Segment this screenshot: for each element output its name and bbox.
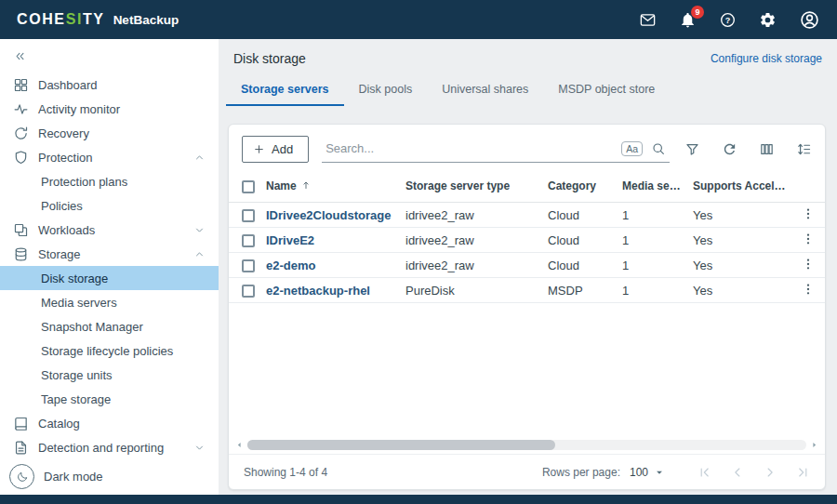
column-header-media-serv[interactable]: Media serv...	[617, 170, 687, 202]
sidebar-item-tape-storage[interactable]: Tape storage	[0, 387, 219, 411]
storage-server-link[interactable]: IDriveE2	[266, 233, 314, 247]
row-checkbox[interactable]	[242, 285, 255, 298]
tab-disk-pools[interactable]: Disk pools	[344, 75, 428, 106]
row-checkbox[interactable]	[242, 209, 255, 222]
tab-universal-shares[interactable]: Universal shares	[427, 75, 543, 106]
sidebar-item-workloads[interactable]: Workloads	[0, 218, 219, 242]
cell-media-servers: 1	[617, 227, 687, 252]
storage-server-link[interactable]: e2-demo	[266, 259, 315, 272]
scrollbar-thumb[interactable]	[247, 440, 555, 450]
table-row[interactable]: e2-demoidrivee2_rawCloud1Yes	[229, 252, 825, 277]
topbar-actions: 9 ?	[639, 9, 820, 31]
sidebar-item-disk-storage[interactable]: Disk storage	[0, 266, 219, 290]
sidebar-item-catalog[interactable]: Catalog	[0, 411, 219, 435]
sidebar-item-snapshot-manager[interactable]: Snapshot Manager	[0, 314, 219, 338]
cell-category: MSDP	[542, 277, 617, 302]
sidebar-item-media-servers[interactable]: Media servers	[0, 290, 219, 314]
row-checkbox[interactable]	[242, 234, 255, 247]
column-header-name[interactable]: Name	[260, 170, 400, 202]
page-title: Disk storage	[233, 51, 306, 66]
sidebar-item-label: Storage	[38, 247, 81, 261]
refresh-icon[interactable]	[722, 141, 737, 157]
first-page-icon[interactable]	[698, 465, 712, 480]
cell-supports-accelerator: Yes	[687, 227, 791, 252]
storage-server-link[interactable]: e2-netbackup-rhel	[266, 284, 370, 298]
column-header-label: Media serv...	[622, 179, 687, 192]
sidebar-item-storage-lifecycle-policies[interactable]: Storage lifecycle policies	[0, 338, 219, 363]
line-spacing-icon[interactable]	[796, 141, 812, 157]
sidebar-item-detection-and-reporting[interactable]: Detection and reporting	[0, 435, 219, 459]
sidebar-item-protection-plans[interactable]: Protection plans	[0, 169, 219, 193]
messages-button[interactable]	[639, 11, 657, 29]
notifications-button[interactable]: 9	[679, 11, 697, 29]
footer-right: Rows per page: 100	[542, 465, 810, 480]
row-actions-kebab-icon[interactable]	[801, 257, 816, 272]
row-checkbox[interactable]	[242, 259, 255, 272]
cell-supports-accelerator: Yes	[687, 277, 791, 302]
column-header-storage-server-type[interactable]: Storage server type	[400, 170, 542, 202]
table-row[interactable]: IDrivee2Cloudstorageidrivee2_rawCloud1Ye…	[229, 202, 825, 227]
cell-storage-server-type: idrivee2_raw	[400, 252, 542, 277]
cell-media-servers: 1	[617, 277, 687, 302]
rows-per-page-select[interactable]: 100	[630, 466, 666, 479]
settings-button[interactable]	[759, 11, 777, 29]
select-all-checkbox[interactable]	[242, 180, 255, 193]
plus-icon	[253, 143, 265, 155]
last-page-icon[interactable]	[795, 465, 810, 480]
columns-icon[interactable]	[759, 141, 775, 157]
moon-icon	[16, 471, 29, 484]
sidebar-item-recovery[interactable]: Recovery	[0, 121, 219, 145]
row-actions-kebab-icon[interactable]	[801, 206, 816, 221]
add-button-label: Add	[272, 142, 293, 156]
sidebar-item-storage[interactable]: Storage	[0, 242, 219, 266]
sidebar-item-label: Workloads	[38, 223, 95, 237]
chevron-left-icon[interactable]	[730, 465, 745, 480]
match-case-button[interactable]: Aa	[621, 141, 643, 156]
row-actions-kebab-icon[interactable]	[801, 232, 816, 246]
table-row[interactable]: e2-netbackup-rhelPureDiskMSDP1Yes	[229, 277, 825, 302]
scrollbar-track[interactable]	[247, 440, 806, 450]
tab-label: Storage servers	[241, 83, 329, 96]
sidebar-item-label: Storage lifecycle policies	[41, 344, 173, 358]
sidebar-item-storage-units[interactable]: Storage units	[0, 363, 219, 387]
triangle-right-icon[interactable]	[810, 441, 818, 449]
sidebar-item-activity-monitor[interactable]: Activity monitor	[0, 97, 219, 121]
sidebar-item-label: Disk storage	[41, 272, 108, 285]
dark-mode-circle	[9, 464, 34, 489]
add-button[interactable]: Add	[242, 136, 309, 163]
storage-server-link[interactable]: IDrivee2Cloudstorage	[266, 208, 391, 222]
search-icon[interactable]	[651, 141, 666, 156]
catalog-icon	[13, 416, 29, 431]
actions-header	[791, 170, 825, 202]
configure-disk-storage-link[interactable]: Configure disk storage	[711, 52, 822, 65]
collapse-sidebar-icon[interactable]	[13, 49, 27, 63]
search-input[interactable]	[326, 141, 613, 155]
sidebar-item-dashboard[interactable]: Dashboard	[0, 73, 219, 97]
horizontal-scrollbar	[235, 438, 818, 451]
dashboard-icon	[13, 77, 29, 93]
sidebar-item-policies[interactable]: Policies	[0, 193, 219, 218]
triangle-left-icon[interactable]	[235, 441, 244, 449]
column-header-supports-accelerator[interactable]: Supports Accelerator	[687, 170, 791, 202]
sidebar-item-protection[interactable]: Protection	[0, 145, 219, 169]
account-button[interactable]	[799, 9, 820, 31]
column-header-label: Supports Accelerator	[693, 179, 791, 192]
sidebar-item-label: Activity monitor	[38, 102, 120, 116]
table-row[interactable]: IDriveE2idrivee2_rawCloud1Yes	[229, 227, 825, 252]
sidebar-item-label: Storage units	[41, 368, 113, 382]
row-actions-kebab-icon[interactable]	[801, 282, 816, 297]
chevron-right-icon[interactable]	[763, 465, 777, 480]
column-header-label: Storage server type	[405, 179, 510, 192]
dark-mode-toggle[interactable]: Dark mode	[9, 464, 103, 489]
dark-mode-label: Dark mode	[44, 470, 103, 484]
tab-msdp-object-store[interactable]: MSDP object store	[543, 75, 670, 106]
filter-icon[interactable]	[684, 141, 700, 157]
gear-icon	[759, 11, 777, 29]
tab-storage-servers[interactable]: Storage servers	[226, 75, 344, 106]
cell-storage-server-type: idrivee2_raw	[400, 202, 542, 227]
help-button[interactable]: ?	[719, 11, 737, 29]
cell-media-servers: 1	[617, 252, 687, 277]
help-icon: ?	[719, 11, 737, 29]
rows-per-page-value: 100	[630, 466, 648, 479]
column-header-category[interactable]: Category	[542, 170, 617, 202]
